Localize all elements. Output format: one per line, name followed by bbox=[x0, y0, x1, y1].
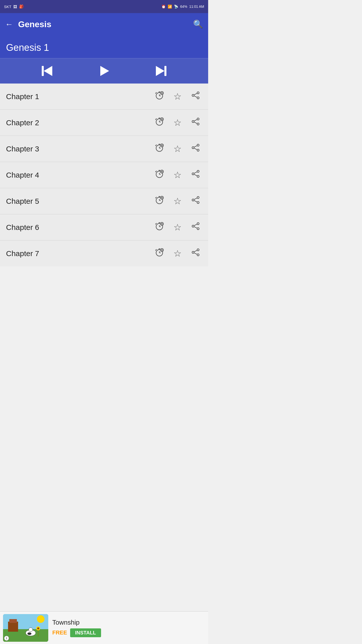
svg-marker-4 bbox=[156, 66, 164, 76]
svg-line-34 bbox=[194, 122, 197, 124]
chapter-name: Chapter 3 bbox=[6, 145, 39, 153]
chapter-header: Genesis 1 bbox=[0, 35, 208, 58]
chapter-name: Chapter 2 bbox=[6, 118, 39, 127]
svg-marker-2 bbox=[100, 66, 109, 76]
svg-point-32 bbox=[197, 123, 199, 125]
list-item[interactable]: Chapter 6 ☆ bbox=[0, 214, 208, 240]
list-item[interactable]: Chapter 5 ☆ bbox=[0, 188, 208, 214]
svg-line-109 bbox=[194, 253, 197, 254]
skip-forward-button[interactable] bbox=[154, 65, 166, 77]
back-button[interactable]: ← bbox=[5, 20, 13, 29]
svg-line-49 bbox=[194, 148, 197, 150]
list-item[interactable]: Chapter 1 ☆ bbox=[0, 84, 208, 110]
svg-point-47 bbox=[197, 149, 199, 151]
svg-point-17 bbox=[197, 97, 199, 99]
play-button[interactable] bbox=[98, 65, 110, 77]
alarm-add-icon[interactable] bbox=[153, 117, 166, 129]
svg-line-98 bbox=[155, 249, 157, 251]
share-icon[interactable] bbox=[189, 143, 202, 154]
share-icon[interactable] bbox=[189, 117, 202, 128]
favorite-icon[interactable]: ☆ bbox=[171, 222, 184, 233]
svg-point-45 bbox=[197, 144, 199, 146]
svg-point-76 bbox=[192, 199, 194, 201]
svg-line-53 bbox=[155, 171, 157, 172]
svg-line-64 bbox=[194, 174, 197, 176]
svg-point-62 bbox=[197, 175, 199, 177]
alarm-add-icon[interactable] bbox=[153, 169, 166, 181]
chapter-name: Chapter 4 bbox=[6, 171, 39, 179]
time-label: 11:01 AM bbox=[189, 5, 204, 9]
svg-point-16 bbox=[192, 94, 194, 96]
favorite-icon[interactable]: ☆ bbox=[171, 170, 184, 180]
svg-point-31 bbox=[192, 120, 194, 123]
svg-line-68 bbox=[155, 197, 157, 198]
svg-line-83 bbox=[155, 223, 157, 224]
svg-line-78 bbox=[194, 198, 197, 199]
svg-point-91 bbox=[192, 225, 194, 227]
alarm-add-icon[interactable] bbox=[153, 195, 166, 207]
share-icon[interactable] bbox=[189, 169, 202, 181]
favorite-icon[interactable]: ☆ bbox=[171, 248, 184, 259]
svg-point-30 bbox=[197, 118, 199, 120]
svg-point-15 bbox=[197, 92, 199, 94]
svg-point-60 bbox=[197, 170, 199, 172]
wifi-icon: 📶 bbox=[168, 5, 172, 9]
status-bar-right: ⏰ 📶 📡 64% 11:01 AM bbox=[161, 5, 204, 9]
list-item[interactable]: Chapter 2 ☆ bbox=[0, 110, 208, 136]
svg-line-79 bbox=[194, 200, 197, 202]
list-item[interactable]: Chapter 7 ☆ bbox=[0, 240, 208, 266]
svg-line-108 bbox=[194, 250, 197, 252]
chapter-header-title: Genesis 1 bbox=[6, 42, 202, 53]
alarm-add-icon[interactable] bbox=[153, 221, 166, 233]
svg-point-106 bbox=[192, 251, 194, 253]
battery-label: 64% bbox=[180, 5, 187, 9]
svg-point-46 bbox=[192, 147, 194, 149]
chapter-name: Chapter 1 bbox=[6, 92, 39, 101]
search-button[interactable]: 🔍 bbox=[193, 19, 203, 29]
chapter-actions: ☆ bbox=[153, 91, 202, 102]
svg-line-19 bbox=[194, 96, 197, 97]
alarm-add-icon[interactable] bbox=[153, 91, 166, 102]
svg-line-63 bbox=[194, 172, 197, 173]
svg-line-18 bbox=[194, 93, 197, 95]
share-icon[interactable] bbox=[189, 248, 202, 259]
svg-line-33 bbox=[194, 119, 197, 121]
chapter-name: Chapter 7 bbox=[6, 249, 39, 258]
svg-line-48 bbox=[194, 146, 197, 147]
favorite-icon[interactable]: ☆ bbox=[171, 196, 184, 207]
playback-controls bbox=[0, 58, 208, 84]
alarm-add-icon[interactable] bbox=[153, 248, 166, 259]
list-item[interactable]: Chapter 3 ☆ bbox=[0, 136, 208, 162]
svg-marker-1 bbox=[44, 66, 52, 76]
chapter-list: Chapter 1 ☆ bbox=[0, 84, 208, 266]
alarm-add-icon[interactable] bbox=[153, 143, 166, 155]
favorite-icon[interactable]: ☆ bbox=[171, 117, 184, 128]
status-bar: SKT 🖼 🎒 ⏰ 📶 📡 64% 11:01 AM bbox=[0, 0, 208, 13]
share-icon[interactable] bbox=[189, 91, 202, 102]
svg-line-94 bbox=[194, 227, 197, 228]
svg-line-93 bbox=[194, 224, 197, 226]
app-bar-left: ← Genesis bbox=[5, 19, 51, 29]
svg-rect-3 bbox=[164, 66, 166, 76]
svg-line-38 bbox=[155, 145, 157, 146]
favorite-icon[interactable]: ☆ bbox=[171, 91, 184, 102]
status-bar-left: SKT 🖼 🎒 bbox=[4, 4, 24, 9]
share-icon[interactable] bbox=[189, 195, 202, 207]
share-icon[interactable] bbox=[189, 222, 202, 233]
skip-back-button[interactable] bbox=[42, 65, 54, 77]
svg-rect-0 bbox=[42, 66, 44, 76]
favorite-icon[interactable]: ☆ bbox=[171, 144, 184, 154]
svg-point-107 bbox=[197, 254, 199, 256]
svg-line-8 bbox=[155, 92, 157, 94]
svg-point-105 bbox=[197, 249, 199, 251]
app-bar: ← Genesis 🔍 bbox=[0, 13, 208, 35]
app-icon: 🎒 bbox=[19, 4, 24, 9]
chapter-name: Chapter 6 bbox=[6, 223, 39, 232]
svg-line-23 bbox=[155, 118, 157, 120]
list-item[interactable]: Chapter 4 ☆ bbox=[0, 162, 208, 188]
app-bar-title: Genesis bbox=[18, 19, 51, 29]
svg-point-75 bbox=[197, 196, 199, 198]
chapter-actions: ☆ bbox=[153, 117, 202, 129]
carrier-label: SKT bbox=[4, 5, 11, 9]
photo-icon: 🖼 bbox=[13, 5, 17, 9]
